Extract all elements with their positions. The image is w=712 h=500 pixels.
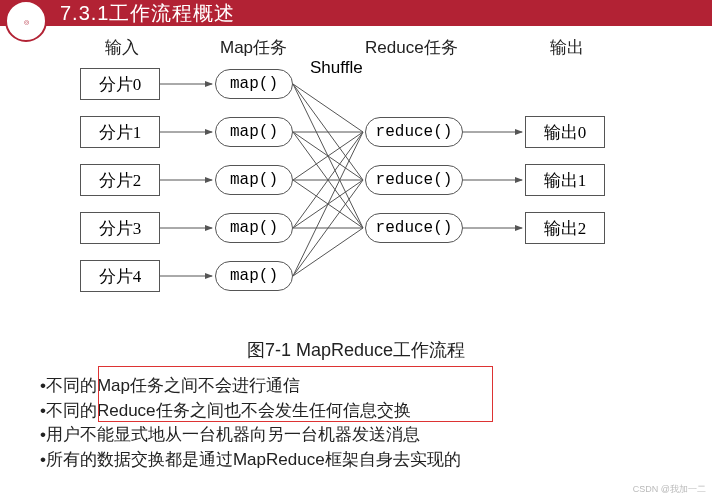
col-head-output: 输出 bbox=[550, 36, 584, 59]
svg-line-17 bbox=[293, 132, 363, 276]
svg-line-6 bbox=[293, 84, 363, 180]
svg-line-14 bbox=[293, 132, 363, 228]
svg-line-13 bbox=[293, 180, 363, 228]
bullet-list: •不同的Map任务之间不会进行通信 •不同的Reduce任务之间也不会发生任何信… bbox=[40, 374, 672, 473]
bullet-2: •用户不能显式地从一台机器向另一台机器发送消息 bbox=[40, 423, 672, 448]
svg-line-11 bbox=[293, 132, 363, 180]
svg-line-5 bbox=[293, 84, 363, 132]
map-task-3: map() bbox=[215, 213, 293, 243]
output-2: 输出2 bbox=[525, 212, 605, 244]
input-shard-3: 分片3 bbox=[80, 212, 160, 244]
output-1: 输出1 bbox=[525, 164, 605, 196]
svg-line-18 bbox=[293, 180, 363, 276]
figure-caption: 图7-1 MapReduce工作流程 bbox=[0, 338, 712, 362]
mapreduce-diagram: 输入 Map任务 Reduce任务 输出 Shuffle 分片0 分片1 分片2… bbox=[60, 36, 652, 336]
shuffle-label: Shuffle bbox=[310, 58, 363, 78]
col-head-input: 输入 bbox=[105, 36, 139, 59]
input-shard-2: 分片2 bbox=[80, 164, 160, 196]
reduce-task-0: reduce() bbox=[365, 117, 463, 147]
output-0: 输出0 bbox=[525, 116, 605, 148]
svg-line-19 bbox=[293, 228, 363, 276]
bullet-0: •不同的Map任务之间不会进行通信 bbox=[40, 374, 672, 399]
svg-line-10 bbox=[293, 132, 363, 228]
reduce-task-1: reduce() bbox=[365, 165, 463, 195]
svg-line-7 bbox=[293, 84, 363, 228]
watermark: CSDN @我加一二 bbox=[633, 483, 706, 496]
svg-line-15 bbox=[293, 180, 363, 228]
input-shard-1: 分片1 bbox=[80, 116, 160, 148]
input-shard-0: 分片0 bbox=[80, 68, 160, 100]
map-task-1: map() bbox=[215, 117, 293, 147]
slide-title: 7.3.1工作流程概述 bbox=[60, 0, 235, 27]
input-shard-4: 分片4 bbox=[80, 260, 160, 292]
svg-line-9 bbox=[293, 132, 363, 180]
reduce-task-2: reduce() bbox=[365, 213, 463, 243]
col-head-reduce: Reduce任务 bbox=[365, 36, 458, 59]
map-task-4: map() bbox=[215, 261, 293, 291]
university-seal-logo: ◎ bbox=[5, 0, 47, 42]
bullet-3: •所有的数据交换都是通过MapReduce框架自身去实现的 bbox=[40, 448, 672, 473]
bullet-1: •不同的Reduce任务之间也不会发生任何信息交换 bbox=[40, 399, 672, 424]
map-task-0: map() bbox=[215, 69, 293, 99]
map-task-2: map() bbox=[215, 165, 293, 195]
slide-header: 7.3.1工作流程概述 bbox=[0, 0, 712, 26]
col-head-map: Map任务 bbox=[220, 36, 287, 59]
